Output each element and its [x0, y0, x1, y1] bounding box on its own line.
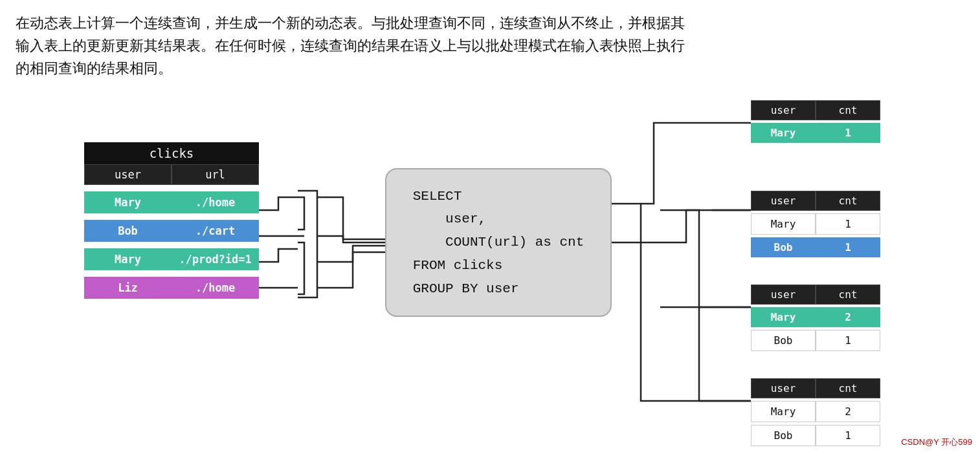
- watermark: CSDN@Y 开心599: [901, 436, 972, 448]
- rt2-user-1: Mary: [751, 213, 816, 235]
- rt1-user-1: Mary: [751, 123, 816, 143]
- clicks-user-4: Liz: [84, 277, 172, 299]
- clicks-url-2: ./cart: [172, 220, 259, 242]
- rt1-th-user: user: [751, 100, 816, 120]
- rt4-row-1: Mary 2: [751, 401, 880, 422]
- rt2-th-cnt: cnt: [816, 191, 880, 211]
- diagram-area: clicks user url Mary ./home Bob ./cart M…: [0, 91, 980, 452]
- clicks-url-3: ./prod?id=1: [172, 248, 259, 270]
- rt3-user-2: Bob: [751, 330, 816, 351]
- clicks-user-3: Mary: [84, 248, 172, 270]
- rt4-row-2: Bob 1: [751, 425, 880, 446]
- rt1-th-cnt: cnt: [816, 100, 880, 120]
- clicks-title: clicks: [84, 142, 259, 164]
- header-text: 在动态表上计算一个连续查询，并生成一个新的动态表。与批处理查询不同，连续查询从不…: [0, 0, 980, 87]
- rt3-header: user cnt: [751, 285, 880, 305]
- clicks-user-1: Mary: [84, 191, 172, 213]
- header-line1: 在动态表上计算一个连续查询，并生成一个新的动态表。与批处理查询不同，连续查询从不…: [16, 12, 964, 34]
- rt4-th-user: user: [751, 378, 816, 398]
- rt2-row-1: Mary 1: [751, 213, 880, 235]
- rt1-cnt-1: 1: [816, 123, 880, 143]
- rt1-row-1: Mary 1: [751, 123, 880, 143]
- rt4-user-1: Mary: [751, 401, 816, 422]
- rt2-th-user: user: [751, 191, 816, 211]
- rt3-row-2: Bob 1: [751, 330, 880, 351]
- rt3-th-cnt: cnt: [816, 285, 880, 305]
- rt2-cnt-1: 1: [816, 213, 880, 235]
- sql-code: SELECT user, COUNT(url) as cnt FROM clic…: [413, 185, 585, 300]
- result-table-3: user cnt Mary 2 Bob 1: [751, 285, 880, 351]
- rt4-cnt-2: 1: [816, 425, 880, 446]
- rt3-user-1: Mary: [751, 307, 816, 327]
- clicks-url-1: ./home: [172, 191, 259, 213]
- clicks-header: user url: [84, 164, 259, 185]
- rt2-row-2: Bob 1: [751, 237, 880, 257]
- clicks-row-2: Bob ./cart: [84, 220, 259, 242]
- rt2-cnt-2: 1: [816, 237, 880, 257]
- rt3-cnt-2: 1: [816, 330, 880, 351]
- rt4-th-cnt: cnt: [816, 378, 880, 398]
- result-table-2: user cnt Mary 1 Bob 1: [751, 191, 880, 257]
- header-line3: 的相同查询的结果相同。: [16, 57, 964, 80]
- header-line2: 输入表上的更新更新其结果表。在任何时候，连续查询的结果在语义上与以批处理模式在输…: [16, 34, 964, 57]
- rt3-cnt-1: 2: [816, 307, 880, 327]
- rt3-row-1: Mary 2: [751, 307, 880, 327]
- rt4-header: user cnt: [751, 378, 880, 398]
- rt3-th-user: user: [751, 285, 816, 305]
- clicks-th-user: user: [84, 164, 172, 185]
- clicks-url-4: ./home: [172, 277, 259, 299]
- clicks-th-url: url: [172, 164, 259, 185]
- rt1-header: user cnt: [751, 100, 880, 120]
- clicks-row-3: Mary ./prod?id=1: [84, 248, 259, 270]
- clicks-row-4: Liz ./home: [84, 277, 259, 299]
- sql-box: SELECT user, COUNT(url) as cnt FROM clic…: [385, 168, 612, 317]
- clicks-table: clicks user url Mary ./home Bob ./cart M…: [84, 142, 259, 299]
- result-table-4: user cnt Mary 2 Bob 1: [751, 378, 880, 446]
- clicks-row-1: Mary ./home: [84, 191, 259, 213]
- rt4-cnt-1: 2: [816, 401, 880, 422]
- rt2-user-2: Bob: [751, 237, 816, 257]
- clicks-user-2: Bob: [84, 220, 172, 242]
- rt2-header: user cnt: [751, 191, 880, 211]
- rt4-user-2: Bob: [751, 425, 816, 446]
- result-table-1: user cnt Mary 1: [751, 100, 880, 143]
